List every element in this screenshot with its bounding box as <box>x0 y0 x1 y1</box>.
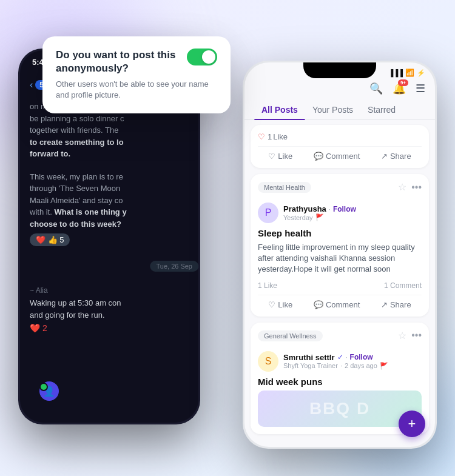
alia-text-2: and going for the run. <box>30 309 189 321</box>
alia-emoji: ❤️ 2 <box>30 323 189 333</box>
anonymous-toggle[interactable] <box>187 49 217 65</box>
card-actions-3: ☆ ••• <box>398 330 422 341</box>
post-time-3: 2 days ago <box>345 362 377 369</box>
alia-section: ~ Alia Waking up at 5:30 am con and goin… <box>20 286 198 333</box>
share-icon-1: ↗ <box>381 152 388 161</box>
chat-line-7: with it. What is one thing y <box>30 206 189 218</box>
posts-feed: ♡ 1 Like ♡ Like 💬 Comment ↗ Share <box>244 120 435 447</box>
dot-separator-3: · <box>346 354 348 361</box>
likes-row-1: ♡ 1 Like <box>258 132 422 141</box>
post-title-3: Mid week puns <box>258 377 422 387</box>
app-header: 🔍 🔔 9+ ☰ <box>244 79 435 100</box>
post-avatar-3: S <box>258 351 278 372</box>
wifi-icon: 📶 <box>405 69 414 77</box>
author-name-3: Smruthi settlr <box>283 353 335 362</box>
avatar-initial-2: P <box>265 207 272 218</box>
heart-icon-1: ♡ <box>258 132 265 141</box>
likes-label-1: Like <box>273 132 288 141</box>
post-time-2: Yesterday <box>283 214 313 221</box>
author-row-3: Smruthi settlr ✓ · Follow <box>283 353 422 362</box>
chat-line-6: Maali Almeida' and stay co <box>30 195 189 207</box>
post-avatar-2: P <box>258 203 278 223</box>
avatar-initial-3: S <box>265 356 272 367</box>
post-card-2: Mental Health ☆ ••• P Prathyusha · <box>251 174 429 317</box>
notch-light <box>303 62 376 78</box>
comment-button-2[interactable]: 💬 Comment <box>314 300 360 309</box>
emoji-count: ❤️ 👍 5 <box>30 233 70 246</box>
anonymous-dialog: Do you want to post this anonymously? Ot… <box>42 36 231 113</box>
back-arrow-icon: ‹ <box>30 79 33 90</box>
post-time-row-3: Shyft Yoga Trainer · 2 days ago 🚩 <box>283 362 422 370</box>
preview-text-3: BBQ D <box>309 399 370 418</box>
post-meta-3: S Smruthi settlr ✓ · Follow Shyft Yoga T… <box>258 351 422 372</box>
post-body-2: Feeling little improvement in my sleep q… <box>258 242 422 275</box>
post-card-3-header: General Wellness ☆ ••• <box>258 330 422 346</box>
tabs-container: All Posts Your Posts Starred <box>244 100 435 120</box>
post-card-2-header: Mental Health ☆ ••• <box>258 181 422 198</box>
fab-button[interactable]: + <box>399 411 425 437</box>
follow-button-2[interactable]: Follow <box>333 205 356 213</box>
share-icon-2: ↗ <box>381 300 388 309</box>
chat-line-3: together with friends. The <box>30 124 189 136</box>
post-time-row-2: Yesterday 🚩 <box>283 213 422 221</box>
like-icon-2: ♡ <box>268 300 275 309</box>
chat-content: on my shelf for too long, c be planning … <box>20 101 198 246</box>
status-icons-right: ▐▐▐ 📶 ⚡ <box>389 69 425 77</box>
comment-icon-2: 💬 <box>314 300 323 309</box>
post-footer-2: 1 Like 1 Comment <box>258 281 422 290</box>
star-icon-3[interactable]: ☆ <box>398 330 406 341</box>
post-title-2: Sleep health <box>258 228 422 238</box>
like-icon-1: ♡ <box>268 152 275 161</box>
flag-icon-2: 🚩 <box>315 213 324 221</box>
dot-separator-2: · <box>329 206 331 213</box>
tab-your-posts[interactable]: Your Posts <box>305 100 360 119</box>
action-row-2: ♡ Like 💬 Comment ↗ Share <box>258 295 422 309</box>
post-time-separator-3: · <box>340 362 342 369</box>
like-button-1[interactable]: ♡ Like <box>268 152 292 161</box>
post-card-1: ♡ 1 Like ♡ Like 💬 Comment ↗ Share <box>251 125 429 168</box>
more-icon-3[interactable]: ••• <box>411 330 422 341</box>
online-indicator <box>39 383 48 391</box>
category-badge-2: Mental Health <box>258 182 311 193</box>
share-button-1[interactable]: ↗ Share <box>381 152 411 161</box>
like-button-2[interactable]: ♡ Like <box>268 300 292 309</box>
star-icon-2[interactable]: ☆ <box>398 181 406 193</box>
chat-line-2: be planning a solo dinner c <box>30 113 189 125</box>
post-author-3: Smruthi settlr ✓ · Follow Shyft Yoga Tra… <box>283 353 422 370</box>
alia-text-1: Waking up at 5:30 am con <box>30 297 189 309</box>
menu-icon[interactable]: ☰ <box>416 82 425 95</box>
toggle-container[interactable] <box>187 49 217 65</box>
chat-line-4: This week, my plan is to re <box>30 171 189 183</box>
post-role-3: Shyft Yoga Trainer <box>283 362 338 369</box>
search-icon[interactable]: 🔍 <box>369 82 383 95</box>
phone-right: 9:41 ▐▐▐ 📶 ⚡ 🔍 🔔 9+ ☰ All Posts Your Pos… <box>243 61 437 449</box>
dialog-description: Other users won't be able to see your na… <box>56 79 217 101</box>
category-badge-3: General Wellness <box>258 330 323 341</box>
toggle-thumb <box>202 50 215 64</box>
alia-label: ~ Alia <box>30 286 189 295</box>
follow-button-3[interactable]: Follow <box>350 353 373 361</box>
verified-badge-3: ✓ <box>337 353 343 361</box>
phone-right-inner: 9:41 ▐▐▐ 📶 ⚡ 🔍 🔔 9+ ☰ All Posts Your Pos… <box>244 62 435 447</box>
battery-icon: ⚡ <box>417 69 425 77</box>
post-author-2: Prathyusha · Follow Yesterday 🚩 <box>283 204 422 221</box>
more-icon-2[interactable]: ••• <box>411 182 422 193</box>
post-image-3: BBQ D <box>258 391 422 427</box>
comments-info-2: 1 Comment <box>384 281 422 290</box>
comment-button-1[interactable]: 💬 Comment <box>314 152 360 161</box>
chat-line-bold-1: to create something to lo <box>30 136 189 149</box>
notification-bell[interactable]: 🔔 9+ <box>393 82 406 95</box>
flag-icon-3: 🚩 <box>380 362 388 370</box>
tab-all-posts[interactable]: All Posts <box>254 100 305 119</box>
action-row-1: ♡ Like 💬 Comment ↗ Share <box>258 146 422 161</box>
author-name-2: Prathyusha <box>283 204 326 213</box>
signal-icon: ▐▐▐ <box>389 69 403 76</box>
chat-line-5: through 'The Seven Moon <box>30 183 189 195</box>
date-divider-container: Tue, 26 Sep <box>20 253 198 279</box>
likes-info-2: 1 Like <box>258 281 277 290</box>
chat-line-bold-2: forward to. <box>30 148 189 160</box>
tab-starred[interactable]: Starred <box>360 100 403 119</box>
share-button-2[interactable]: ↗ Share <box>381 300 411 309</box>
date-divider: Tue, 26 Sep <box>150 261 198 272</box>
card-actions-2: ☆ ••• <box>398 181 422 193</box>
